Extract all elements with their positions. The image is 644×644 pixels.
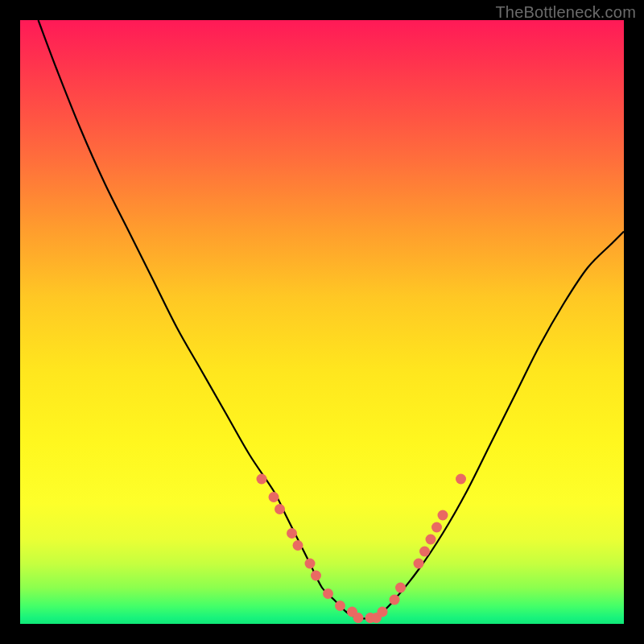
curve-dot (426, 535, 436, 545)
curve-dot (293, 540, 303, 551)
curve-dot (287, 528, 297, 539)
curve-dot (431, 522, 442, 533)
bottleneck-curve (39, 20, 625, 618)
curve-dot (323, 588, 333, 599)
curve-dot (390, 595, 400, 605)
curve-dot (269, 492, 279, 502)
curve-dot (257, 474, 267, 485)
chart-stage: TheBottleneck.com (0, 0, 644, 644)
curve-dot (419, 547, 430, 557)
plot-area (20, 20, 624, 624)
curve-dot (275, 504, 285, 514)
curve-dot (438, 510, 448, 521)
curve-dot (311, 571, 321, 581)
curve-dot (456, 474, 466, 485)
curve-dot (414, 559, 424, 569)
curve-dot (305, 559, 316, 569)
curve-layer (20, 20, 624, 624)
curve-dot (353, 613, 364, 623)
curve-dots (257, 474, 467, 624)
curve-dot (395, 583, 406, 593)
curve-dot (378, 607, 388, 617)
curve-dot (335, 601, 345, 611)
watermark-text: TheBottleneck.com (495, 3, 636, 22)
